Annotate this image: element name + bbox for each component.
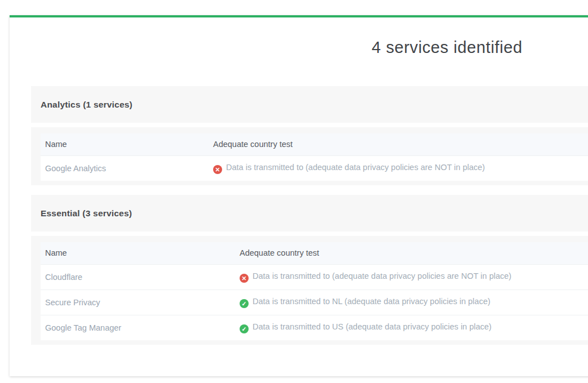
section-essential: Essential (3 services) Name Adequate cou… (31, 195, 588, 345)
service-name: Google Analytics (41, 155, 209, 181)
analytics-table-wrap: Name Adequate country test Google Analyt… (31, 127, 588, 185)
table-header-row: Name Adequate country test (41, 242, 588, 264)
service-name: Cloudflare (41, 264, 235, 290)
service-name: Google Tag Manager (41, 315, 235, 340)
status-text: Data is transmitted to (adequate data pr… (253, 271, 511, 280)
sections-container: Analytics (1 services) Name Adequate cou… (31, 86, 588, 345)
analytics-table: Name Adequate country test Google Analyt… (41, 133, 588, 181)
table-header-row: Name Adequate country test (41, 133, 588, 155)
fail-circle-icon: ✕ (240, 274, 249, 283)
section-header-analytics: Analytics (1 services) (31, 86, 588, 123)
section-analytics: Analytics (1 services) Name Adequate cou… (31, 86, 588, 185)
fail-circle-icon: ✕ (213, 165, 222, 174)
table-row: Google Tag Manager ✓Data is transmitted … (41, 315, 588, 340)
section-header-essential: Essential (3 services) (31, 195, 588, 231)
essential-table: Name Adequate country test Cloudflare ✕D… (41, 242, 588, 340)
section-header-label: Analytics (1 services) (41, 100, 132, 110)
country-test-result: ✕Data is transmitted to (adequate data p… (209, 155, 588, 181)
country-test-result: ✕Data is transmitted to (adequate data p… (235, 264, 588, 290)
essential-table-wrap: Name Adequate country test Cloudflare ✕D… (31, 236, 588, 345)
column-header-name: Name (41, 242, 235, 264)
column-header-name: Name (41, 133, 209, 155)
section-header-label: Essential (3 services) (41, 208, 132, 219)
status-text: Data is transmitted to US (adequate data… (253, 322, 492, 331)
column-header-adequate-country-test: Adequate country test (235, 242, 588, 264)
country-test-result: ✓Data is transmitted to US (adequate dat… (235, 315, 588, 340)
table-row: Google Analytics ✕Data is transmitted to… (41, 155, 588, 181)
column-header-adequate-country-test: Adequate country test (209, 133, 588, 155)
table-row: Secure Privacy ✓Data is transmitted to N… (41, 290, 588, 315)
pass-circle-icon: ✓ (240, 299, 249, 308)
service-name: Secure Privacy (41, 290, 235, 315)
table-row: Cloudflare ✕Data is transmitted to (adeq… (41, 264, 588, 290)
status-text: Data is transmitted to (adequate data pr… (226, 163, 485, 172)
pass-circle-icon: ✓ (240, 324, 249, 333)
country-test-result: ✓Data is transmitted to NL (adequate dat… (235, 290, 588, 315)
status-text: Data is transmitted to NL (adequate data… (253, 297, 490, 306)
services-report-card: 4 services identified Analytics (1 servi… (10, 15, 588, 376)
page-title: 4 services identified (10, 38, 588, 57)
